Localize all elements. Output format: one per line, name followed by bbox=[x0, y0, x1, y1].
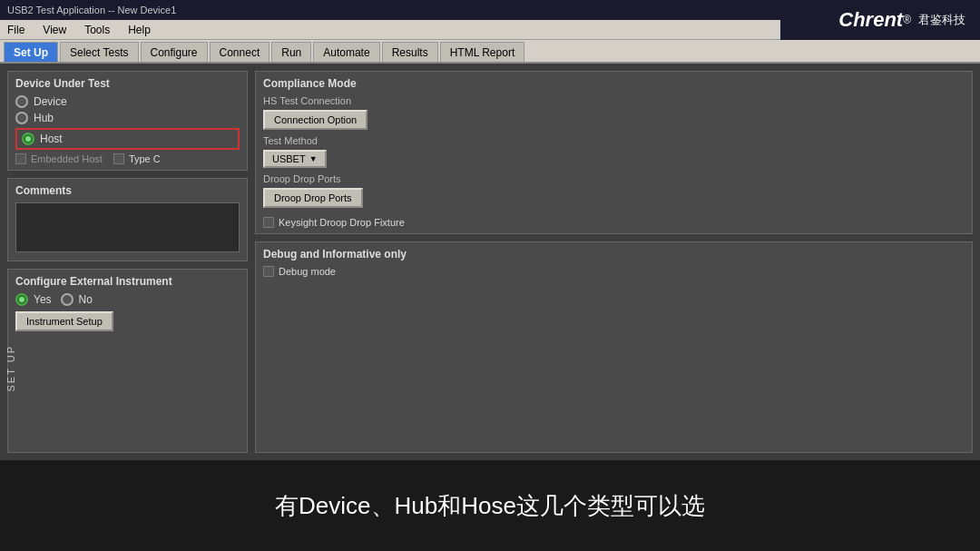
droop-drop-ports-button[interactable]: Droop Drop Ports bbox=[263, 188, 363, 208]
top-right-row: Compliance Mode HS Test Connection Conne… bbox=[255, 71, 973, 453]
radio-yes[interactable]: Yes bbox=[15, 293, 52, 306]
radio-hub-label: Hub bbox=[34, 112, 54, 124]
device-under-test-title: Device Under Test bbox=[15, 77, 240, 90]
keysight-droop-check-icon bbox=[263, 217, 274, 228]
title-bar: USB2 Test Application -- New Device1 Chr… bbox=[0, 0, 980, 20]
debug-mode-label: Debug mode bbox=[279, 266, 336, 277]
compliance-mode-section: Compliance Mode HS Test Connection Conne… bbox=[255, 71, 973, 234]
typec-check-icon bbox=[113, 153, 124, 164]
logo-trademark: ® bbox=[903, 14, 911, 26]
device-under-test-section: Device Under Test Device Hub Host bbox=[7, 71, 248, 171]
embedded-host-checkbox[interactable]: Embedded Host bbox=[15, 153, 103, 164]
tab-html-report[interactable]: HTML Report bbox=[440, 42, 525, 62]
test-method-label: Test Method bbox=[263, 135, 965, 146]
configure-external-instrument-section: Configure External Instrument Yes No Ins… bbox=[7, 269, 248, 453]
test-method-subsection: Test Method USBET ▼ bbox=[263, 135, 965, 168]
test-method-dropdown-row: USBET ▼ bbox=[263, 150, 965, 168]
subtitle-text: 有Device、Hub和Hose这几个类型可以选 bbox=[275, 490, 705, 522]
host-selected-box: Host bbox=[15, 128, 240, 150]
tab-bar: Set Up Select Tests Configure Connect Ru… bbox=[0, 40, 980, 64]
typec-label: Type C bbox=[129, 153, 161, 164]
comments-textarea[interactable] bbox=[15, 202, 240, 252]
logo-brand: Chrent bbox=[838, 8, 903, 32]
menu-file[interactable]: File bbox=[4, 22, 28, 38]
radio-hub[interactable]: Hub bbox=[15, 112, 240, 124]
radio-device-circle bbox=[15, 95, 28, 108]
yes-no-row: Yes No bbox=[15, 293, 240, 306]
instrument-setup-button[interactable]: Instrument Setup bbox=[15, 311, 113, 331]
tab-select-tests[interactable]: Select Tests bbox=[60, 42, 138, 62]
side-label: SET UP bbox=[5, 345, 16, 392]
comments-section: Comments bbox=[7, 178, 248, 261]
right-panel: Compliance Mode HS Test Connection Conne… bbox=[255, 71, 973, 453]
subtitle-bar: 有Device、Hub和Hose这几个类型可以选 bbox=[0, 460, 980, 551]
radio-host[interactable]: Host bbox=[22, 133, 63, 145]
radio-yes-circle bbox=[15, 293, 28, 306]
title-text: USB2 Test Application -- New Device1 bbox=[7, 5, 176, 15]
radio-device-label: Device bbox=[34, 95, 67, 108]
tab-connect[interactable]: Connect bbox=[210, 42, 270, 62]
menu-help[interactable]: Help bbox=[124, 22, 154, 38]
menu-view[interactable]: View bbox=[39, 22, 70, 38]
configure-ext-title: Configure External Instrument bbox=[15, 275, 240, 288]
main-content: SET UP Device Under Test Device Hub bbox=[0, 64, 980, 460]
embedded-host-label: Embedded Host bbox=[31, 153, 103, 164]
radio-hub-circle bbox=[15, 112, 28, 124]
radio-no-circle bbox=[61, 293, 74, 306]
droop-drop-ports-label: Droop Drop Ports bbox=[263, 173, 965, 184]
debug-mode-check-icon bbox=[263, 266, 274, 277]
tab-configure[interactable]: Configure bbox=[141, 42, 208, 62]
droop-drop-ports-subsection: Droop Drop Ports Droop Drop Ports Keysig… bbox=[263, 173, 965, 228]
radio-host-label: Host bbox=[40, 133, 63, 145]
radio-host-circle bbox=[22, 133, 34, 145]
radio-device[interactable]: Device bbox=[15, 95, 240, 108]
radio-no-label: No bbox=[79, 293, 93, 306]
comments-title: Comments bbox=[15, 184, 240, 197]
device-radio-group: Device Hub Host bbox=[15, 95, 240, 150]
keysight-droop-label: Keysight Droop Drop Fixture bbox=[279, 217, 405, 228]
tab-automate[interactable]: Automate bbox=[313, 42, 379, 62]
logo-area: Chrent ® 君鉴科技 bbox=[780, 0, 980, 40]
typec-checkbox[interactable]: Type C bbox=[113, 153, 161, 164]
right-main-col: Compliance Mode HS Test Connection Conne… bbox=[255, 71, 973, 453]
radio-yes-label: Yes bbox=[34, 293, 52, 306]
tab-results[interactable]: Results bbox=[382, 42, 438, 62]
debug-informative-section: Debug and Informative only Debug mode bbox=[255, 241, 973, 453]
embedded-host-check-icon bbox=[15, 153, 26, 164]
dropdown-arrow-icon: ▼ bbox=[309, 154, 318, 163]
tab-setup[interactable]: Set Up bbox=[4, 42, 58, 62]
embedded-typec-row: Embedded Host Type C bbox=[15, 153, 240, 164]
radio-no[interactable]: No bbox=[61, 293, 93, 306]
usbet-value: USBET bbox=[272, 153, 306, 164]
tab-run[interactable]: Run bbox=[271, 42, 311, 62]
usbet-dropdown[interactable]: USBET ▼ bbox=[263, 150, 327, 168]
hs-test-connection-label: HS Test Connection bbox=[263, 95, 965, 106]
hs-test-connection-subsection: HS Test Connection Connection Option bbox=[263, 95, 965, 130]
connection-option-button[interactable]: Connection Option bbox=[263, 110, 368, 130]
logo-chinese: 君鉴科技 bbox=[918, 12, 965, 28]
compliance-mode-title: Compliance Mode bbox=[263, 77, 965, 90]
debug-informative-title: Debug and Informative only bbox=[263, 248, 965, 261]
debug-mode-checkbox[interactable]: Debug mode bbox=[263, 266, 965, 277]
menu-tools[interactable]: Tools bbox=[81, 22, 113, 38]
keysight-droop-checkbox[interactable]: Keysight Droop Drop Fixture bbox=[263, 217, 965, 228]
left-panel: Device Under Test Device Hub Host bbox=[7, 71, 248, 453]
